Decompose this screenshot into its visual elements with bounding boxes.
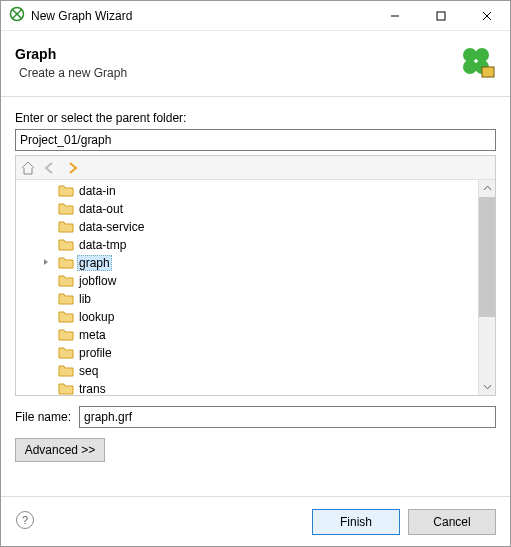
filename-label: File name: <box>15 410 79 424</box>
page-title: Graph <box>15 46 456 62</box>
minimize-button[interactable] <box>372 1 418 31</box>
tree-item-label: data-out <box>77 202 125 216</box>
tree-item-label: profile <box>77 346 114 360</box>
tree-item-label: data-tmp <box>77 238 128 252</box>
folder-icon <box>58 202 74 216</box>
window-title: New Graph Wizard <box>31 9 372 23</box>
tree-item[interactable]: lib <box>16 290 478 308</box>
tree-item[interactable]: profile <box>16 344 478 362</box>
scroll-thumb[interactable] <box>479 197 495 317</box>
tree-item[interactable]: jobflow <box>16 272 478 290</box>
folder-icon <box>58 310 74 324</box>
tree-item-label: meta <box>77 328 108 342</box>
tree-item-label: jobflow <box>77 274 118 288</box>
folder-icon <box>58 238 74 252</box>
folder-icon <box>58 292 74 306</box>
tree-item-label: data-in <box>77 184 118 198</box>
tree-item-label: trans <box>77 382 108 395</box>
tree-item-label: data-service <box>77 220 146 234</box>
app-icon <box>9 6 25 25</box>
folder-icon <box>58 346 74 360</box>
clover-icon <box>456 41 496 84</box>
home-icon[interactable] <box>20 160 36 176</box>
scroll-down-icon[interactable] <box>479 378 495 395</box>
tree-item[interactable]: graph <box>16 254 478 272</box>
folder-tree[interactable]: data-indata-outdata-servicedata-tmpgraph… <box>16 180 478 395</box>
parent-folder-input[interactable] <box>15 129 496 151</box>
tree-item-label: graph <box>77 255 112 271</box>
filename-input[interactable] <box>79 406 496 428</box>
tree-item[interactable]: trans <box>16 380 478 395</box>
folder-icon <box>58 364 74 378</box>
folder-icon <box>58 274 74 288</box>
tree-item-label: seq <box>77 364 100 378</box>
scroll-up-icon[interactable] <box>479 180 495 197</box>
tree-item-label: lookup <box>77 310 116 324</box>
tree-item[interactable]: lookup <box>16 308 478 326</box>
tree-item[interactable]: data-service <box>16 218 478 236</box>
tree-item[interactable]: data-tmp <box>16 236 478 254</box>
svg-point-9 <box>463 60 477 74</box>
tree-item[interactable]: data-out <box>16 200 478 218</box>
tree-item[interactable]: seq <box>16 362 478 380</box>
svg-rect-11 <box>482 67 494 77</box>
tree-item[interactable]: data-in <box>16 182 478 200</box>
svg-rect-4 <box>437 12 445 20</box>
cancel-button[interactable]: Cancel <box>408 509 496 535</box>
help-icon[interactable]: ? <box>15 510 37 533</box>
svg-point-8 <box>475 48 489 62</box>
tree-item-label: lib <box>77 292 93 306</box>
close-button[interactable] <box>464 1 510 31</box>
page-subtitle: Create a new Graph <box>15 66 456 80</box>
advanced-button[interactable]: Advanced >> <box>15 438 105 462</box>
folder-icon <box>58 382 74 395</box>
folder-icon <box>58 220 74 234</box>
folder-icon <box>58 184 74 198</box>
svg-point-7 <box>463 48 477 62</box>
tree-item[interactable]: meta <box>16 326 478 344</box>
folder-icon <box>58 256 74 270</box>
forward-icon[interactable] <box>64 160 80 176</box>
finish-button[interactable]: Finish <box>312 509 400 535</box>
maximize-button[interactable] <box>418 1 464 31</box>
back-icon[interactable] <box>42 160 58 176</box>
parent-folder-label: Enter or select the parent folder: <box>15 111 496 125</box>
svg-text:?: ? <box>22 514 28 526</box>
folder-icon <box>58 328 74 342</box>
tree-scrollbar[interactable] <box>478 180 495 395</box>
expand-caret-icon[interactable] <box>37 256 55 270</box>
